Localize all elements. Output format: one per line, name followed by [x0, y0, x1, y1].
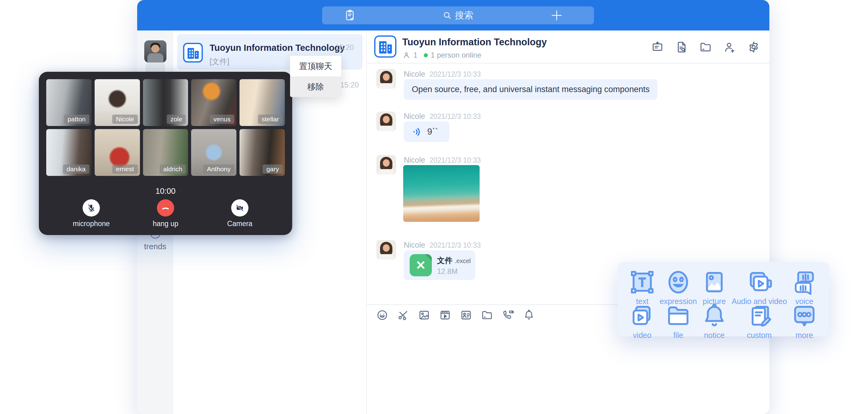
file-message-bubble[interactable]: ✕ 文件 .excel 12.8M — [404, 250, 475, 280]
notice-icon[interactable] — [523, 309, 535, 321]
group-avatar-icon — [374, 35, 396, 58]
video-call-icon[interactable] — [502, 309, 514, 321]
file-ext: .excel — [455, 257, 471, 264]
capability-video[interactable]: video — [625, 301, 660, 331]
hangup-label: hang up — [138, 220, 193, 228]
hang-up-icon — [161, 203, 170, 213]
sender-avatar[interactable] — [376, 240, 396, 260]
chat-header-actions — [651, 41, 760, 54]
file-size: 12.8M — [437, 267, 458, 276]
search-bar[interactable]: 搜索 — [322, 6, 594, 24]
picture-icon[interactable] — [418, 309, 430, 321]
participant-tile: Nicole — [95, 79, 140, 126]
members-icon — [402, 51, 410, 59]
chat-history-icon[interactable] — [675, 41, 688, 54]
capability-expression[interactable]: expression — [660, 267, 697, 297]
context-menu: 置顶聊天 移除 — [290, 56, 341, 97]
participant-name: gary — [262, 164, 283, 174]
custom-icon — [732, 301, 787, 331]
audio-video-icon — [732, 267, 787, 297]
capability-custom[interactable]: custom — [732, 301, 787, 331]
conversation-title: Tuoyun Information Technology — [210, 43, 345, 53]
camera-control: Camera — [212, 199, 267, 228]
trends-label: trends — [144, 242, 166, 251]
sender-name: Nicole2021/12/3 10:33 — [404, 70, 481, 78]
participant-tile: gary — [240, 129, 285, 176]
participant-grid: patton Nicole zole venus stellar danika … — [46, 79, 285, 176]
capability-label: more — [787, 331, 822, 340]
image-message[interactable] — [403, 165, 479, 222]
participant-name: zole — [167, 115, 186, 124]
capability-label: custom — [732, 331, 787, 340]
search-placeholder: 搜索 — [455, 9, 473, 22]
online-dot — [424, 53, 428, 57]
camera-off-button[interactable] — [231, 199, 248, 217]
message-time: 2021/12/3 10:33 — [429, 241, 480, 249]
voice-message-bubble[interactable]: 9`` — [404, 121, 450, 142]
capability-grid: text expression — [625, 267, 822, 331]
participant-tile: ernest — [95, 129, 140, 176]
participant-name: venus — [210, 115, 234, 124]
announcement-icon[interactable] — [651, 41, 664, 54]
video-icon[interactable] — [439, 309, 451, 321]
sender-name: Nicole2021/12/3 10:33 — [404, 241, 481, 250]
participant-tile: patton — [46, 79, 92, 126]
participant-name: ernest — [112, 164, 137, 174]
participant-tile: stellar — [240, 79, 285, 126]
files-icon[interactable] — [699, 41, 712, 54]
online-status: 1 person online — [431, 51, 481, 59]
file2-icon — [660, 301, 697, 331]
user-avatar[interactable] — [144, 40, 166, 63]
participant-tile: zole — [143, 79, 188, 126]
menu-item-pin-chat[interactable]: 置顶聊天 — [290, 56, 341, 76]
expression-icon — [660, 267, 697, 297]
capability-voice[interactable]: voice — [787, 267, 822, 297]
capability-more[interactable]: more — [787, 301, 822, 331]
camera-label: Camera — [212, 220, 267, 228]
menu-item-remove[interactable]: 移除 — [290, 76, 341, 97]
contact-card-icon[interactable] — [460, 309, 472, 321]
voice-duration: 9`` — [427, 127, 438, 137]
participant-name: danika — [63, 164, 89, 174]
chat-subtitle: 1 1 person online — [402, 51, 481, 59]
chat-panel: Tuoyun Information Technology 1 1 person… — [367, 31, 769, 414]
participant-name: stellar — [258, 115, 283, 124]
capability-picture[interactable]: picture — [697, 267, 732, 297]
add-member-icon[interactable] — [723, 41, 736, 54]
call-timer: 10:00 — [39, 186, 292, 196]
chat-header: Tuoyun Information Technology 1 1 person… — [367, 31, 769, 63]
text-icon — [625, 267, 660, 297]
sender-avatar[interactable] — [376, 112, 396, 131]
capability-text[interactable]: text — [625, 267, 660, 297]
settings-icon[interactable] — [747, 41, 760, 54]
more-icon — [787, 301, 822, 331]
file-icon[interactable] — [481, 309, 493, 321]
voice-wave-icon — [412, 126, 423, 137]
sender-avatar[interactable] — [376, 69, 396, 89]
capability-audio-video[interactable]: Audio and video — [732, 267, 787, 297]
microphone-control: microphone — [64, 199, 119, 228]
hangup-control: hang up — [138, 199, 193, 228]
capability-file[interactable]: file — [660, 301, 697, 331]
notice2-icon — [697, 301, 732, 331]
microphone-label: microphone — [64, 220, 119, 228]
call-controls: microphone hang up — [39, 199, 292, 228]
plus-button[interactable] — [550, 9, 563, 22]
voice-icon — [787, 267, 822, 297]
capability-notice[interactable]: notice — [697, 301, 732, 331]
capability-popup: text expression — [617, 262, 829, 337]
mic-muted-icon — [87, 203, 96, 213]
sender-avatar[interactable] — [376, 155, 396, 174]
group-avatar-icon — [183, 43, 203, 63]
emoji-icon[interactable] — [376, 309, 389, 321]
member-count: 1 — [413, 51, 417, 59]
conversation-time: 15:20 — [335, 43, 354, 52]
participant-tile: aldrich — [143, 129, 188, 176]
screenshot-icon[interactable] — [397, 309, 409, 321]
hang-up-button[interactable] — [157, 199, 174, 217]
participant-tile: Anthony — [191, 129, 237, 176]
capability-label: notice — [697, 331, 732, 340]
mic-muted-button[interactable] — [83, 199, 100, 217]
text-message-bubble[interactable]: Open source, free, and universal instant… — [404, 79, 657, 100]
video-call-panel: patton Nicole zole venus stellar danika … — [39, 72, 292, 235]
